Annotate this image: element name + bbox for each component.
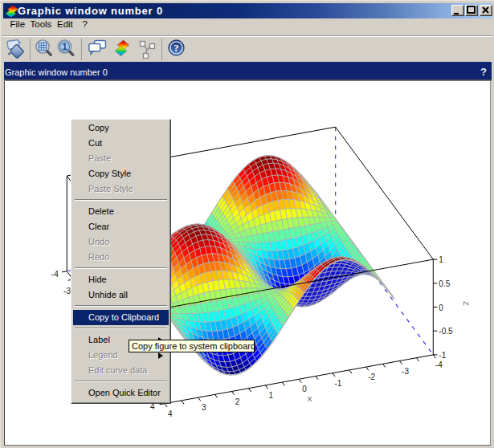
svg-text:1: 1 bbox=[439, 255, 443, 264]
svg-text:-3: -3 bbox=[63, 287, 71, 295]
svg-text:X: X bbox=[307, 394, 312, 403]
svg-text:Z: Z bbox=[462, 301, 471, 306]
svg-text:-1: -1 bbox=[334, 379, 341, 388]
svg-text:-2: -2 bbox=[368, 373, 375, 381]
svg-text:0: 0 bbox=[302, 385, 307, 393]
svg-text:-3: -3 bbox=[402, 367, 409, 376]
svg-text:-0.5: -0.5 bbox=[439, 327, 453, 336]
svg-text:1: 1 bbox=[269, 391, 274, 400]
svg-text:0.5: 0.5 bbox=[439, 279, 450, 288]
svg-text:0: 0 bbox=[439, 303, 443, 312]
svg-text:?: ? bbox=[174, 42, 179, 54]
svg-text:4: 4 bbox=[168, 409, 173, 418]
svg-text:3: 3 bbox=[202, 403, 206, 412]
svg-text:2: 2 bbox=[235, 397, 240, 406]
svg-text:1: 1 bbox=[62, 42, 67, 51]
svg-text:-4: -4 bbox=[51, 270, 59, 279]
svg-text:-1: -1 bbox=[439, 351, 446, 360]
svg-text:-4: -4 bbox=[435, 360, 443, 369]
